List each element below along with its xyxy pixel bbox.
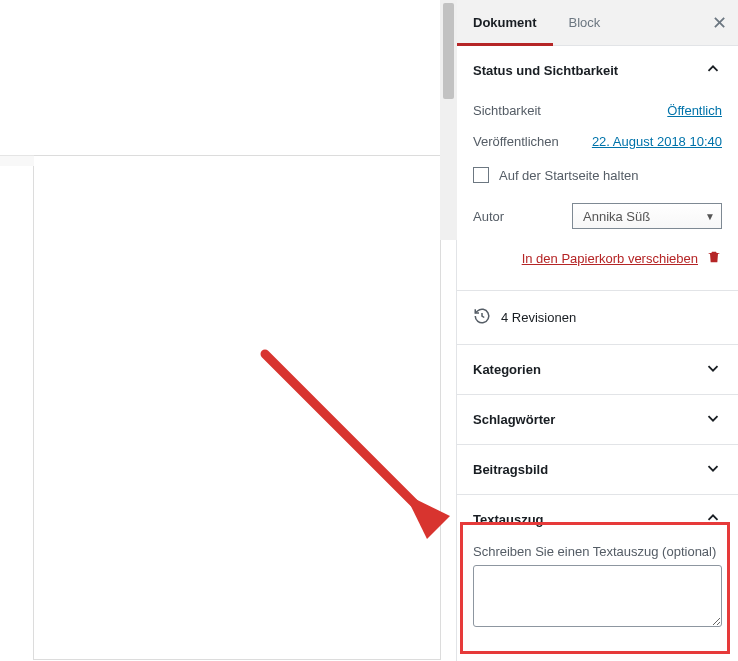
- panel-status-visibility: Status und Sichtbarkeit Sichtbarkeit Öff…: [457, 46, 738, 291]
- visibility-link[interactable]: Öffentlich: [667, 103, 722, 118]
- stick-label: Auf der Startseite halten: [499, 168, 638, 183]
- chevron-up-icon: [704, 509, 722, 530]
- author-select[interactable]: Annika Süß ▼: [572, 203, 722, 229]
- panel-featured-image: Beitragsbild: [457, 445, 738, 495]
- tab-document[interactable]: Dokument: [457, 0, 553, 46]
- author-label: Autor: [473, 209, 504, 224]
- revisions-text: 4 Revisionen: [501, 310, 576, 325]
- chevron-down-icon: [704, 459, 722, 480]
- panel-tags: Schlagwörter: [457, 395, 738, 445]
- panel-featured-header[interactable]: Beitragsbild: [457, 445, 738, 494]
- panel-status-title: Status und Sichtbarkeit: [473, 63, 618, 78]
- scroll-thumb[interactable]: [443, 3, 454, 99]
- chevron-down-icon: [704, 409, 722, 430]
- panel-status-header[interactable]: Status und Sichtbarkeit: [457, 46, 738, 95]
- panel-excerpt: Textauszug Schreiben Sie einen Textauszu…: [457, 495, 738, 646]
- settings-sidebar: Dokument Block ✕ Status und Sichtbarkeit…: [456, 0, 738, 661]
- publish-label: Veröffentlichen: [473, 134, 559, 149]
- trash-icon[interactable]: [706, 249, 722, 268]
- revisions-row[interactable]: 4 Revisionen: [457, 291, 738, 345]
- panel-categories-title: Kategorien: [473, 362, 541, 377]
- panel-tags-title: Schlagwörter: [473, 412, 555, 427]
- chevron-up-icon: [704, 60, 722, 81]
- content-sheet[interactable]: [33, 155, 441, 660]
- stick-row: Auf der Startseite halten: [473, 157, 722, 193]
- history-icon: [473, 307, 491, 328]
- sidebar-tabs: Dokument Block ✕: [457, 0, 738, 46]
- author-value: Annika Süß: [583, 209, 650, 224]
- scrollbar[interactable]: [440, 0, 457, 240]
- panel-excerpt-body: Schreiben Sie einen Textauszug (optional…: [457, 544, 738, 646]
- panel-featured-title: Beitragsbild: [473, 462, 548, 477]
- panel-tags-header[interactable]: Schlagwörter: [457, 395, 738, 444]
- excerpt-textarea[interactable]: [473, 565, 722, 627]
- dropdown-triangle-icon: ▼: [705, 211, 715, 222]
- publish-row: Veröffentlichen 22. August 2018 10:40: [473, 126, 722, 157]
- publish-date-link[interactable]: 22. August 2018 10:40: [592, 134, 722, 149]
- panel-excerpt-header[interactable]: Textauszug: [457, 495, 738, 544]
- panel-categories-header[interactable]: Kategorien: [457, 345, 738, 394]
- chevron-down-icon: [704, 359, 722, 380]
- visibility-row: Sichtbarkeit Öffentlich: [473, 95, 722, 126]
- trash-link[interactable]: In den Papierkorb verschieben: [522, 251, 698, 266]
- panel-categories: Kategorien: [457, 345, 738, 395]
- panel-status-body: Sichtbarkeit Öffentlich Veröffentlichen …: [457, 95, 738, 290]
- tab-block[interactable]: Block: [553, 0, 617, 46]
- author-row: Autor Annika Süß ▼: [473, 193, 722, 235]
- visibility-label: Sichtbarkeit: [473, 103, 541, 118]
- trash-row: In den Papierkorb verschieben: [473, 235, 722, 274]
- panel-excerpt-title: Textauszug: [473, 512, 544, 527]
- editor-canvas: [0, 0, 455, 661]
- close-sidebar-button[interactable]: ✕: [700, 12, 738, 34]
- excerpt-field-label: Schreiben Sie einen Textauszug (optional…: [473, 544, 722, 559]
- stick-checkbox[interactable]: [473, 167, 489, 183]
